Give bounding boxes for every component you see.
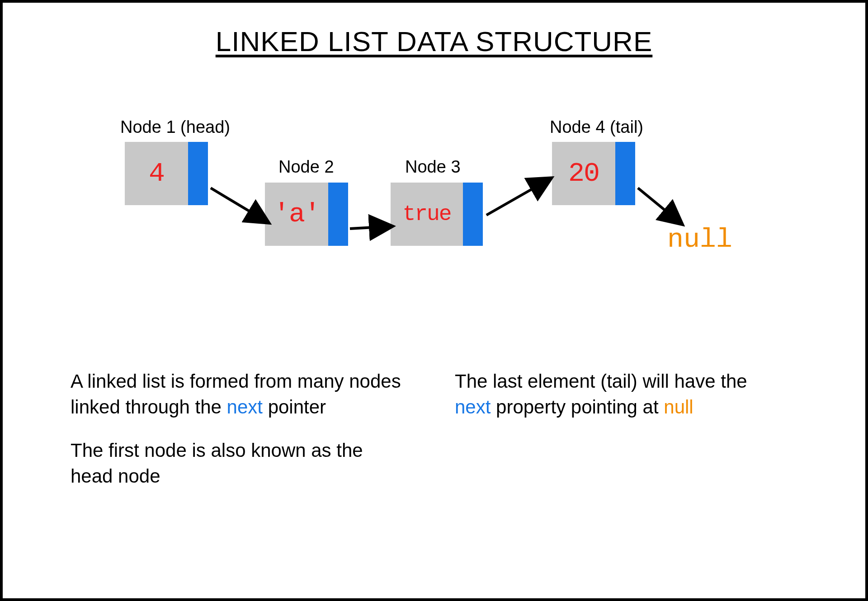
- next-keyword: next: [227, 396, 263, 418]
- svg-line-3: [638, 188, 681, 223]
- node-4-data: 20: [552, 142, 615, 205]
- linked-list-diagram: Node 1 (head) 4 Node 2 'a' Node 3 true N…: [98, 111, 776, 292]
- node-1: 4: [125, 142, 208, 205]
- desc-text: pointer: [263, 396, 326, 418]
- node-3-data: true: [391, 183, 463, 246]
- desc-right-p1: The last element (tail) will have the ne…: [455, 369, 749, 420]
- node-2-pointer: [328, 183, 348, 246]
- node-label-3: Node 3: [405, 157, 461, 177]
- node-label-1: Node 1 (head): [120, 117, 230, 137]
- next-keyword: next: [455, 396, 491, 418]
- node-3-pointer: [463, 183, 483, 246]
- svg-line-0: [211, 188, 267, 222]
- diagram-frame: LINKED LIST DATA STRUCTURE Node 1 (head)…: [0, 0, 868, 601]
- node-1-pointer: [188, 142, 208, 205]
- desc-text: property pointing at: [491, 396, 664, 418]
- svg-line-1: [350, 226, 391, 229]
- page-title: LINKED LIST DATA STRUCTURE: [3, 25, 865, 57]
- node-label-4: Node 4 (tail): [550, 117, 643, 137]
- description-left: A linked list is formed from many nodes …: [71, 369, 410, 507]
- node-label-2: Node 2: [278, 157, 334, 177]
- desc-left-p2: The first node is also known as the head…: [71, 438, 410, 489]
- desc-left-p1: A linked list is formed from many nodes …: [71, 369, 410, 420]
- node-3: true: [391, 183, 483, 246]
- node-2-data: 'a': [265, 183, 328, 246]
- node-1-data: 4: [125, 142, 188, 205]
- node-4: 20: [552, 142, 635, 205]
- description-right: The last element (tail) will have the ne…: [455, 369, 749, 438]
- node-4-pointer: [615, 142, 635, 205]
- node-2: 'a': [265, 183, 348, 246]
- svg-line-2: [486, 179, 550, 215]
- desc-text: The last element (tail) will have the: [455, 371, 747, 392]
- null-keyword: null: [664, 396, 693, 418]
- null-terminal: null: [667, 224, 732, 255]
